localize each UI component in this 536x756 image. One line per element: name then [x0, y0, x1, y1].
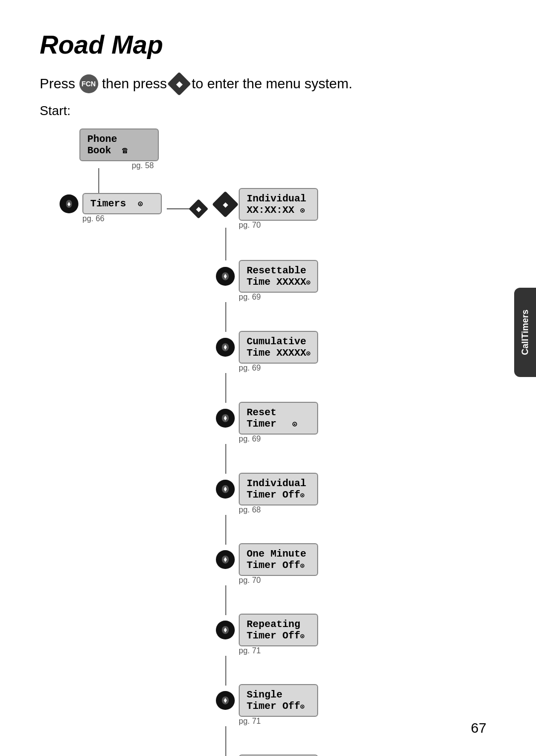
phone-book-line1: PhoneBook: [87, 133, 117, 156]
start-label: Start:: [40, 103, 496, 119]
item-4-pg: pg. 68: [239, 505, 318, 514]
page-number: 67: [471, 720, 486, 736]
timers-pg: pg. 66: [82, 214, 162, 223]
item-3-bullet: [216, 409, 235, 428]
item-3-pg: pg. 69: [239, 435, 318, 443]
page-title: Road Map: [40, 30, 496, 60]
item-5-bullet-icon: [220, 554, 231, 565]
nav-button: ◆: [167, 72, 191, 96]
item-7-row: SingleTimer Off⊙ pg. 71: [216, 684, 318, 726]
item-6-label: RepeatingTimer Off: [247, 619, 300, 641]
item-6-box: RepeatingTimer Off⊙: [239, 614, 318, 646]
item-4-bullet: [216, 480, 235, 499]
sidebar-tab: CallTimers: [514, 288, 536, 377]
item-2-menu-row: CumulativeTime XXXXX⊙: [216, 331, 318, 364]
v-line-r-5: [225, 585, 226, 615]
item-1-menu-row: ResettableTime XXXXX⊙: [216, 260, 318, 293]
item-5-bullet: [216, 550, 235, 569]
item-0-bullet: ◆: [212, 191, 239, 218]
phone-book-pg: pg. 58: [79, 161, 154, 170]
intro-text-3: to enter the menu system.: [192, 76, 352, 92]
item-3-menu-row: ResetTimer ⊙: [216, 402, 318, 435]
item-5-pg: pg. 70: [239, 576, 318, 585]
timers-label: Timers: [90, 198, 126, 209]
v-line-r-2: [225, 373, 226, 403]
intro-line: Press FCN then press ◆ to enter the menu…: [40, 74, 496, 93]
item-0-icon: ⊙: [300, 207, 305, 215]
item-3-bullet-icon: [220, 413, 231, 424]
item-2-icon: ⊙: [306, 350, 310, 358]
arrow-diamond-inner: ◆: [196, 205, 201, 213]
item-7-bullet: [216, 691, 235, 710]
item-7-bullet-icon: [220, 695, 231, 706]
item-4-menu-row: IndividualTimer Off⊙: [216, 473, 318, 505]
item-0-bullet-inner: ◆: [223, 200, 228, 208]
item-3-box: ResetTimer ⊙: [239, 402, 318, 435]
item-5-box: One MinuteTimer Off⊙: [239, 543, 318, 576]
timers-row: Timers ⊙ pg. 66: [60, 193, 162, 223]
v-line-r-6: [225, 656, 226, 686]
item-1-label: ResettableTime XXXXX: [247, 265, 306, 288]
v-line-r-3: [225, 444, 226, 474]
item-0-menu-row: ◆ IndividualXX:XX:XX ⊙: [216, 188, 318, 221]
v-line-r-0: [225, 228, 226, 260]
item-1-row: ResettableTime XXXXX⊙ pg. 69: [216, 260, 318, 302]
timers-box: Timers ⊙: [82, 193, 162, 214]
item-4-bullet-icon: [220, 484, 231, 495]
item-1-icon: ⊙: [306, 279, 310, 287]
item-0-pg: pg. 70: [239, 221, 318, 230]
phone-icon: ☎: [122, 146, 128, 156]
v-line-r-1: [225, 302, 226, 332]
v-line-r-4: [225, 515, 226, 545]
item-6-menu-row: RepeatingTimer Off⊙: [216, 614, 318, 646]
item-4-icon: ⊙: [300, 492, 304, 500]
item-2-bullet-icon: [220, 342, 231, 353]
item-6-icon: ⊙: [300, 632, 304, 640]
item-0-label: IndividualXX:XX:XX: [247, 193, 306, 216]
item-7-pg: pg. 71: [239, 717, 318, 726]
v-line-r-7: [225, 726, 226, 756]
timers-bullet: [60, 194, 78, 213]
diagram: PhoneBook ☎ pg. 58 Timers: [40, 128, 467, 674]
bullet-icon: [64, 199, 74, 209]
phone-book-box: PhoneBook ☎ pg. 58: [79, 128, 159, 170]
item-1-box: ResettableTime XXXXX⊙: [239, 260, 318, 293]
item-2-row: CumulativeTime XXXXX⊙ pg. 69: [216, 331, 318, 373]
item-1-pg: pg. 69: [239, 293, 318, 302]
item-7-menu-row: SingleTimer Off⊙: [216, 684, 318, 717]
timers-arrow: ◆: [167, 202, 205, 216]
arrow-line: [167, 208, 192, 209]
intro-text-2: then press: [102, 76, 167, 92]
item-0-row: ◆ IndividualXX:XX:XX ⊙ pg. 70: [216, 188, 318, 230]
item-2-pg: pg. 69: [239, 364, 318, 373]
item-1-bullet: [216, 267, 235, 286]
v-line-1: [98, 168, 99, 193]
item-4-row: IndividualTimer Off⊙ pg. 68: [216, 473, 318, 514]
nav-button-icon: ◆: [176, 79, 182, 89]
item-6-row: RepeatingTimer Off⊙ pg. 71: [216, 614, 318, 655]
item-6-bullet-icon: [220, 625, 231, 635]
item-1-bullet-icon: [220, 271, 231, 282]
item-6-bullet: [216, 621, 235, 639]
arrow-diamond: ◆: [189, 199, 208, 219]
fcn-badge: FCN: [79, 74, 98, 93]
item-4-box: IndividualTimer Off⊙: [239, 473, 318, 505]
item-2-box: CumulativeTime XXXXX⊙: [239, 331, 318, 364]
item-5-label: One MinuteTimer Off: [247, 548, 306, 571]
item-0-box: IndividualXX:XX:XX ⊙: [239, 188, 318, 221]
item-6-pg: pg. 71: [239, 646, 318, 655]
item-2-label: CumulativeTime XXXXX: [247, 336, 306, 359]
item-2-bullet: [216, 338, 235, 357]
item-7-box: SingleTimer Off⊙: [239, 684, 318, 717]
item-3-icon: ⊙: [292, 420, 297, 429]
intro-text-1: Press: [40, 76, 75, 92]
item-3-row: ResetTimer ⊙ pg. 69: [216, 402, 318, 443]
phone-book-menu: PhoneBook ☎: [79, 128, 159, 161]
item-5-row: One MinuteTimer Off⊙ pg. 70: [216, 543, 318, 585]
item-5-menu-row: One MinuteTimer Off⊙: [216, 543, 318, 576]
item-5-icon: ⊙: [300, 562, 304, 570]
timers-menu-row: Timers ⊙: [60, 193, 162, 214]
item-4-label: IndividualTimer Off: [247, 478, 306, 501]
page-content: Road Map Press FCN then press ◆ to enter…: [0, 0, 536, 704]
item-7-icon: ⊙: [300, 703, 304, 711]
